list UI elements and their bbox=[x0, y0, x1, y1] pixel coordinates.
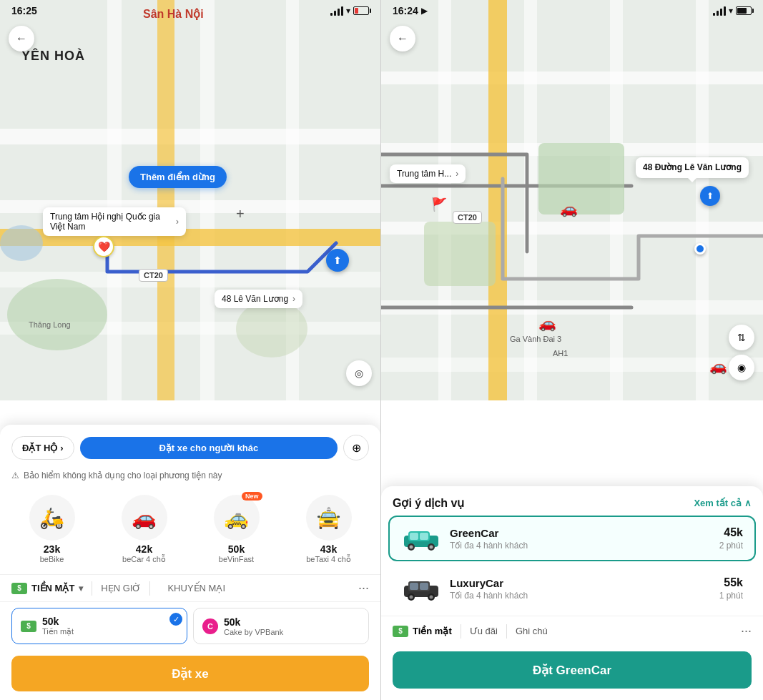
nav-marker: ⬆ bbox=[326, 249, 349, 272]
cake-card-info: 50k Cake by VPBank bbox=[224, 616, 283, 636]
location-arrow-icon: ▶ bbox=[421, 6, 428, 16]
ga-vanh-dai-label: Ga Vành Đai 3 bbox=[510, 335, 561, 343]
greencar-price: 45k bbox=[719, 526, 743, 539]
swap-route-button[interactable]: ⇅ bbox=[729, 325, 754, 350]
car-on-map-2: 🚗 bbox=[538, 315, 556, 332]
becar-icon-wrap: 🚗 bbox=[122, 495, 167, 541]
right-payment-row: $ Tiền mặt Ưu đãi Ghi chú ··· bbox=[381, 616, 763, 646]
dat-xe-nguoi-khac-button[interactable]: Đặt xe cho người khác bbox=[80, 437, 338, 459]
luxurycar-desc: Tối đa 4 hành khách bbox=[450, 591, 719, 601]
cake-card-icon: C bbox=[202, 618, 218, 634]
greencar-info: GreenCar Tối đa 4 hành khách bbox=[450, 527, 719, 551]
center-location-button[interactable]: ⊕ bbox=[343, 435, 369, 460]
svg-rect-38 bbox=[410, 583, 418, 590]
destination-card: 48 Đường Lê Văn Lương bbox=[636, 157, 749, 178]
payment-cards-row: $ 50k Tiền mặt ✓ C 50k Cake by VPBank bbox=[0, 601, 380, 650]
vehicle-options: 🛵 23k beBike 🚗 42k beCar 4 chỗ 🚕 New 50k… bbox=[0, 488, 380, 574]
new-badge: New bbox=[242, 492, 262, 501]
dat-ho-button[interactable]: ĐẶT HỘ › bbox=[11, 436, 74, 460]
right-wifi-icon: ▾ bbox=[729, 6, 733, 16]
chevron-down-icon: ▾ bbox=[79, 583, 83, 593]
luxurycar-info: LuxuryCar Tối đa 4 hành khách bbox=[450, 577, 719, 601]
bevinfast-name: beVinFast bbox=[219, 555, 254, 563]
map-location-button[interactable]: ◉ bbox=[729, 355, 754, 380]
left-map: YÊN HOÀ Sân Hà Nội ← Thêm điểm dừng Trun… bbox=[0, 0, 380, 400]
svg-rect-5 bbox=[200, 0, 215, 400]
more-options-button[interactable]: ··· bbox=[358, 581, 369, 596]
bevinfast-price: 50k bbox=[228, 543, 245, 555]
vehicle-bevinfast[interactable]: 🚕 New 50k beVinFast bbox=[190, 491, 282, 568]
heart-marker: ❤️ bbox=[93, 236, 114, 257]
cash-card-icon: $ bbox=[21, 621, 36, 632]
svg-rect-22 bbox=[538, 143, 624, 215]
flag-icon: 🚩 bbox=[431, 197, 447, 212]
becar-name: beCar 4 chỗ bbox=[122, 555, 166, 564]
right-screen: 16:24 ▶ ▾ bbox=[381, 0, 763, 700]
right-back-button[interactable]: ← bbox=[390, 26, 415, 51]
betaxi-icon: 🚖 bbox=[316, 506, 341, 530]
vehicle-becar[interactable]: 🚗 42k beCar 4 chỗ bbox=[98, 491, 190, 568]
greencar-icon bbox=[401, 526, 441, 551]
car-on-map-3: 🚗 bbox=[709, 358, 727, 375]
location-circle-btn[interactable]: ◎ bbox=[346, 360, 372, 386]
service-panel-header: Gợi ý dịch vụ Xem tất cả ∧ bbox=[381, 486, 763, 516]
becar-price: 42k bbox=[136, 543, 152, 555]
right-time-area: 16:24 ▶ bbox=[393, 5, 428, 16]
cash-amount: 50k bbox=[42, 616, 74, 627]
svg-rect-23 bbox=[424, 222, 496, 286]
location-card-1[interactable]: Trung tâm Hội nghị Quốc gia Việt Nam › bbox=[43, 207, 186, 236]
add-stop-button[interactable]: Thêm điểm dừng bbox=[129, 166, 227, 188]
ghi-chu-button[interactable]: Ghi chú bbox=[516, 626, 548, 636]
car-on-map-1: 🚗 bbox=[560, 200, 578, 217]
cash-card-info: 50k Tiền mặt bbox=[42, 616, 74, 636]
right-payment-method-btn[interactable]: $ Tiền mặt bbox=[393, 626, 452, 637]
ah1-label: AH1 bbox=[553, 349, 568, 358]
payment-method-label: TIỀN MẶT bbox=[31, 583, 74, 593]
svg-rect-39 bbox=[420, 583, 428, 590]
betaxi-name: beTaxi 4 chỗ bbox=[306, 555, 351, 564]
swap-icon: ⇅ bbox=[737, 332, 746, 343]
vehicle-bebike[interactable]: 🛵 23k beBike bbox=[6, 491, 98, 568]
luxurycar-time: 1 phút bbox=[719, 591, 743, 601]
left-time: 16:25 bbox=[11, 5, 37, 16]
back-button[interactable]: ← bbox=[9, 26, 34, 51]
khuyen-mai-button[interactable]: KHUYẾN MẠI bbox=[167, 583, 225, 593]
right-nav-marker: ⬆ bbox=[700, 186, 720, 206]
location-btn[interactable]: ◎ bbox=[346, 360, 372, 386]
luxurycar-service-item[interactable]: LuxuryCar Tối đa 4 hành khách 55k 1 phút bbox=[388, 566, 756, 611]
svg-rect-0 bbox=[0, 129, 380, 144]
crosshair-icon: ⊕ bbox=[352, 441, 361, 455]
right-payment-divider-2 bbox=[506, 624, 507, 639]
bebike-price: 23k bbox=[44, 543, 60, 555]
right-payment-divider-1 bbox=[461, 624, 461, 639]
dat-xe-button[interactable]: Đặt xe bbox=[11, 656, 369, 691]
right-status-icons: ▾ bbox=[713, 6, 752, 16]
svg-point-29 bbox=[430, 546, 433, 549]
betaxi-price: 43k bbox=[320, 543, 337, 555]
greencar-time: 2 phút bbox=[719, 541, 743, 551]
warning-row: ⚠ Bảo hiểm không khả dụng cho loại phươn… bbox=[0, 468, 380, 488]
greencar-service-item[interactable]: GreenCar Tối đa 4 hành khách 45k 2 phút bbox=[388, 516, 756, 561]
bebike-icon: 🛵 bbox=[39, 506, 64, 530]
bebike-name: beBike bbox=[40, 555, 64, 563]
hen-gio-button[interactable]: HẸN GIỜ bbox=[101, 583, 141, 593]
svg-point-11 bbox=[0, 225, 43, 261]
center-h-card[interactable]: Trung tâm H... › bbox=[390, 164, 466, 183]
uu-dai-button[interactable]: Ưu đãi bbox=[470, 626, 498, 636]
location-card-2[interactable]: 48 Lê Văn Lương › bbox=[215, 290, 302, 308]
center-h-chevron: › bbox=[456, 169, 458, 179]
betaxi-icon-wrap: 🚖 bbox=[306, 495, 352, 541]
book-greencar-button[interactable]: Đặt GreenCar bbox=[393, 651, 752, 689]
payment-card-cake[interactable]: C 50k Cake by VPBank bbox=[193, 608, 369, 644]
see-all-button[interactable]: Xem tất cả ∧ bbox=[694, 498, 752, 508]
payment-card-cash[interactable]: $ 50k Tiền mặt ✓ bbox=[11, 608, 187, 644]
right-more-button[interactable]: ··· bbox=[741, 623, 752, 639]
service-panel: Gợi ý dịch vụ Xem tất cả ∧ GreenCar Tối … bbox=[381, 486, 763, 700]
right-ct20-badge: CT20 bbox=[453, 211, 482, 224]
svg-point-10 bbox=[236, 300, 307, 358]
payment-method-btn[interactable]: $ TIỀN MẶT ▾ bbox=[11, 583, 83, 594]
right-money-icon: $ bbox=[393, 626, 408, 637]
vehicle-betaxi[interactable]: 🚖 43k beTaxi 4 chỗ bbox=[282, 491, 375, 568]
svg-rect-4 bbox=[107, 0, 122, 400]
right-status-bar: 16:24 ▶ ▾ bbox=[381, 0, 763, 21]
